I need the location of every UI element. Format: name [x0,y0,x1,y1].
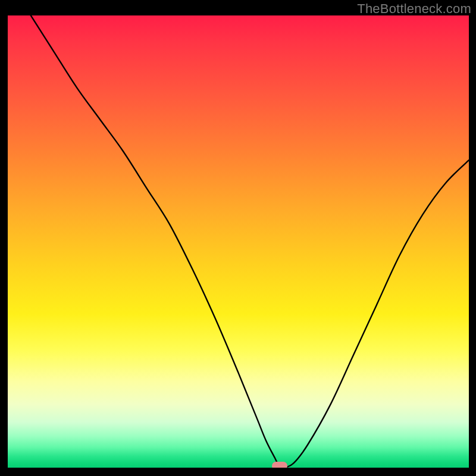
watermark-text: TheBottleneck.com [357,1,471,17]
curve-path [31,15,469,468]
bottleneck-curve [8,15,469,468]
minimum-marker [272,462,287,468]
chart-frame: TheBottleneck.com [0,0,476,476]
plot-area [8,15,469,468]
